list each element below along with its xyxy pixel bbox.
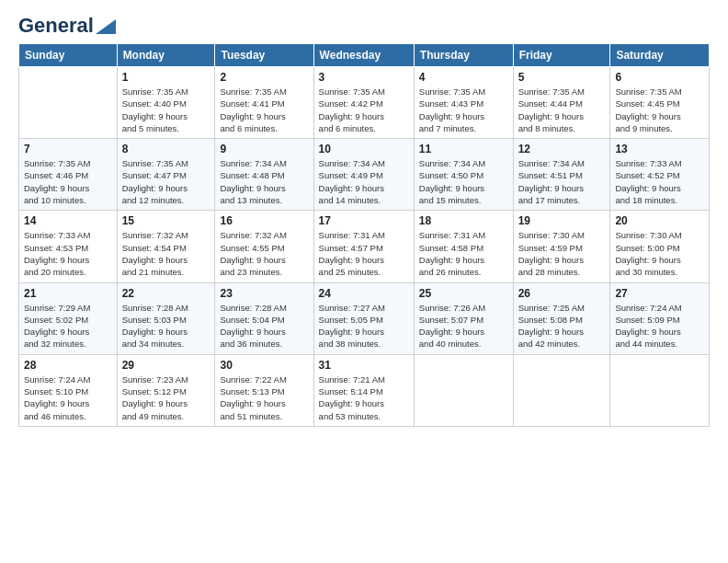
calendar-cell: 31Sunrise: 7:21 AMSunset: 5:14 PMDayligh… [313,354,414,426]
day-number: 2 [220,71,308,84]
cell-info: Sunrise: 7:35 AMSunset: 4:41 PMDaylight:… [220,86,308,134]
cell-info: Sunrise: 7:35 AMSunset: 4:44 PMDaylight:… [518,86,606,134]
weekday-header-thursday: Thursday [414,44,513,67]
cell-info: Sunrise: 7:29 AMSunset: 5:02 PMDaylight:… [24,302,112,350]
weekday-header-saturday: Saturday [610,44,710,67]
calendar-cell: 20Sunrise: 7:30 AMSunset: 5:00 PMDayligh… [610,211,710,282]
cell-info: Sunrise: 7:31 AMSunset: 4:58 PMDaylight:… [419,229,508,278]
day-number: 15 [122,214,210,227]
calendar-cell: 24Sunrise: 7:27 AMSunset: 5:05 PMDayligh… [313,282,414,354]
week-row-2: 7Sunrise: 7:35 AMSunset: 4:46 PMDaylight… [19,139,710,211]
cell-info: Sunrise: 7:27 AMSunset: 5:05 PMDaylight:… [319,302,409,350]
cell-info: Sunrise: 7:28 AMSunset: 5:03 PMDaylight:… [122,302,210,350]
calendar-cell: 26Sunrise: 7:25 AMSunset: 5:08 PMDayligh… [513,282,610,354]
calendar-cell: 23Sunrise: 7:28 AMSunset: 5:04 PMDayligh… [215,282,313,354]
calendar-cell: 14Sunrise: 7:33 AMSunset: 4:53 PMDayligh… [19,211,118,282]
logo-text: General [18,14,94,38]
cell-info: Sunrise: 7:34 AMSunset: 4:48 PMDaylight:… [220,157,308,206]
cell-info: Sunrise: 7:35 AMSunset: 4:45 PMDaylight:… [615,86,704,134]
day-number: 12 [518,143,606,155]
calendar-cell: 28Sunrise: 7:24 AMSunset: 5:10 PMDayligh… [19,354,118,426]
day-number: 1 [122,71,210,84]
calendar-cell [414,354,513,426]
calendar-cell: 2Sunrise: 7:35 AMSunset: 4:41 PMDaylight… [215,67,313,139]
cell-info: Sunrise: 7:21 AMSunset: 5:14 PMDaylight:… [319,373,409,422]
week-row-3: 14Sunrise: 7:33 AMSunset: 4:53 PMDayligh… [19,211,710,282]
calendar-cell: 18Sunrise: 7:31 AMSunset: 4:58 PMDayligh… [414,211,513,282]
day-number: 11 [419,143,508,155]
cell-info: Sunrise: 7:32 AMSunset: 4:55 PMDaylight:… [220,229,308,278]
day-number: 9 [220,143,308,155]
day-number: 7 [24,143,112,155]
cell-info: Sunrise: 7:35 AMSunset: 4:43 PMDaylight:… [419,86,508,134]
day-number: 27 [615,287,704,300]
logo: General [18,14,116,34]
calendar-cell: 10Sunrise: 7:34 AMSunset: 4:49 PMDayligh… [313,139,414,211]
cell-info: Sunrise: 7:28 AMSunset: 5:04 PMDaylight:… [220,302,308,350]
day-number: 20 [615,214,704,227]
week-row-5: 28Sunrise: 7:24 AMSunset: 5:10 PMDayligh… [19,354,710,426]
calendar-cell: 15Sunrise: 7:32 AMSunset: 4:54 PMDayligh… [117,211,215,282]
cell-info: Sunrise: 7:30 AMSunset: 4:59 PMDaylight:… [518,229,606,278]
day-number: 30 [220,359,308,372]
header: General [18,14,710,34]
cell-info: Sunrise: 7:35 AMSunset: 4:46 PMDaylight:… [24,157,112,206]
cell-info: Sunrise: 7:31 AMSunset: 4:57 PMDaylight:… [319,229,409,278]
calendar-cell: 5Sunrise: 7:35 AMSunset: 4:44 PMDaylight… [513,67,610,139]
day-number: 14 [24,214,112,227]
weekday-header-wednesday: Wednesday [313,44,414,67]
cell-info: Sunrise: 7:24 AMSunset: 5:10 PMDaylight:… [24,373,112,422]
cell-info: Sunrise: 7:25 AMSunset: 5:08 PMDaylight:… [518,302,606,350]
calendar-cell: 16Sunrise: 7:32 AMSunset: 4:55 PMDayligh… [215,211,313,282]
day-number: 24 [319,287,409,300]
day-number: 22 [122,287,210,300]
calendar-cell: 27Sunrise: 7:24 AMSunset: 5:09 PMDayligh… [610,282,710,354]
cell-info: Sunrise: 7:33 AMSunset: 4:52 PMDaylight:… [615,157,704,206]
weekday-header-tuesday: Tuesday [215,44,313,67]
day-number: 16 [220,214,308,227]
cell-info: Sunrise: 7:22 AMSunset: 5:13 PMDaylight:… [220,373,308,422]
cell-info: Sunrise: 7:23 AMSunset: 5:12 PMDaylight:… [122,373,210,422]
day-number: 10 [319,143,409,155]
cell-info: Sunrise: 7:30 AMSunset: 5:00 PMDaylight:… [615,229,704,278]
calendar-cell: 9Sunrise: 7:34 AMSunset: 4:48 PMDaylight… [215,139,313,211]
calendar-cell: 11Sunrise: 7:34 AMSunset: 4:50 PMDayligh… [414,139,513,211]
day-number: 5 [518,71,606,84]
day-number: 19 [518,214,606,227]
cell-info: Sunrise: 7:34 AMSunset: 4:49 PMDaylight:… [319,157,409,206]
logo-icon [96,19,116,34]
calendar-cell: 1Sunrise: 7:35 AMSunset: 4:40 PMDaylight… [117,67,215,139]
calendar-cell: 29Sunrise: 7:23 AMSunset: 5:12 PMDayligh… [117,354,215,426]
day-number: 6 [615,71,704,84]
svg-marker-0 [96,19,116,34]
calendar-cell: 4Sunrise: 7:35 AMSunset: 4:43 PMDaylight… [414,67,513,139]
day-number: 17 [319,214,409,227]
calendar-cell: 17Sunrise: 7:31 AMSunset: 4:57 PMDayligh… [313,211,414,282]
weekday-header-sunday: Sunday [19,44,118,67]
calendar-cell [513,354,610,426]
calendar-cell: 30Sunrise: 7:22 AMSunset: 5:13 PMDayligh… [215,354,313,426]
day-number: 8 [122,143,210,155]
cell-info: Sunrise: 7:24 AMSunset: 5:09 PMDaylight:… [615,302,704,350]
day-number: 29 [122,359,210,372]
cell-info: Sunrise: 7:35 AMSunset: 4:40 PMDaylight:… [122,86,210,134]
day-number: 3 [319,71,409,84]
day-number: 25 [419,287,508,300]
day-number: 23 [220,287,308,300]
day-number: 18 [419,214,508,227]
calendar-cell: 13Sunrise: 7:33 AMSunset: 4:52 PMDayligh… [610,139,710,211]
week-row-4: 21Sunrise: 7:29 AMSunset: 5:02 PMDayligh… [19,282,710,354]
cell-info: Sunrise: 7:26 AMSunset: 5:07 PMDaylight:… [419,302,508,350]
cell-info: Sunrise: 7:34 AMSunset: 4:51 PMDaylight:… [518,157,606,206]
calendar-cell: 25Sunrise: 7:26 AMSunset: 5:07 PMDayligh… [414,282,513,354]
calendar-cell: 3Sunrise: 7:35 AMSunset: 4:42 PMDaylight… [313,67,414,139]
cell-info: Sunrise: 7:34 AMSunset: 4:50 PMDaylight:… [419,157,508,206]
calendar-cell: 19Sunrise: 7:30 AMSunset: 4:59 PMDayligh… [513,211,610,282]
cell-info: Sunrise: 7:32 AMSunset: 4:54 PMDaylight:… [122,229,210,278]
day-number: 26 [518,287,606,300]
calendar-cell [19,67,118,139]
calendar-table: SundayMondayTuesdayWednesdayThursdayFrid… [18,43,710,427]
week-row-1: 1Sunrise: 7:35 AMSunset: 4:40 PMDaylight… [19,67,710,139]
calendar-cell: 21Sunrise: 7:29 AMSunset: 5:02 PMDayligh… [19,282,118,354]
day-number: 28 [24,359,112,372]
